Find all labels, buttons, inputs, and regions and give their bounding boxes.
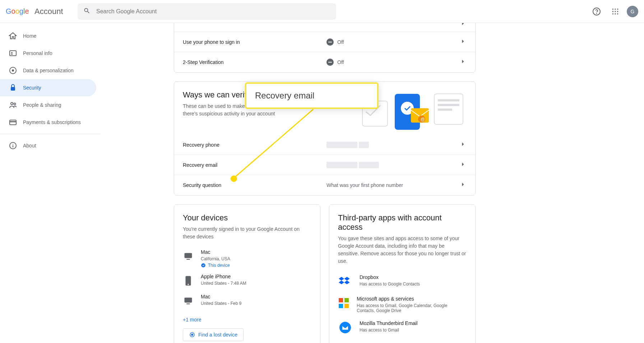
svg-point-5 (617, 8, 618, 9)
row-recovery-email[interactable]: Recovery email (174, 155, 475, 175)
find-device-button[interactable]: Find a lost device (183, 328, 244, 341)
card-desc: You're currently signed in to your Googl… (183, 225, 311, 241)
phone-icon (183, 274, 194, 288)
chevron-right-icon (459, 38, 467, 46)
main: Home Personal info Data & personalizatio… (0, 23, 644, 343)
sidebar-item-label: Data & personalization (23, 68, 74, 73)
help-button[interactable] (589, 4, 604, 19)
app-name: Mozilla Thunderbird Email (360, 320, 418, 326)
status-off-icon (326, 38, 334, 46)
svg-point-6 (612, 11, 613, 12)
svg-rect-44 (339, 298, 343, 302)
svg-rect-34 (438, 109, 452, 111)
app-row: Mozilla Thunderbird Email Has access to … (329, 317, 475, 338)
device-name: Apple iPhone (201, 274, 246, 279)
app-row: Dropbox Has access to Google Contacts (329, 271, 475, 292)
target-icon (189, 331, 195, 338)
svg-rect-23 (13, 145, 13, 147)
sidebar-item-label: Personal info (23, 50, 52, 56)
home-icon (9, 32, 17, 40)
sidebar-item-label: Home (23, 33, 36, 39)
row-value (326, 162, 459, 168)
svg-rect-33 (438, 104, 459, 106)
svg-text:Google: Google (6, 7, 29, 15)
app-info: Mozilla Thunderbird Email Has access to … (360, 320, 418, 333)
card-icon (9, 118, 17, 127)
devices-header: Your devices You're currently signed in … (174, 205, 320, 246)
row-last-changed[interactable] (174, 23, 475, 32)
thunderbird-icon (338, 320, 352, 335)
card-title: Your devices (183, 213, 311, 223)
tutorial-callout: Recovery email (245, 82, 379, 109)
svg-point-2 (597, 13, 597, 13)
device-info: Mac United States - Feb 9 (201, 294, 241, 306)
redacted-value (326, 162, 379, 168)
status-text: Off (337, 59, 344, 65)
row-recovery-phone[interactable]: Recovery phone (174, 135, 475, 155)
svg-point-18 (14, 103, 16, 105)
avatar[interactable]: G (627, 6, 638, 17)
sidebar-item-security[interactable]: Security (0, 79, 96, 96)
svg-point-15 (12, 69, 14, 72)
device-name: Mac (201, 249, 230, 255)
device-location: California, USA (201, 256, 230, 261)
svg-point-10 (615, 13, 616, 14)
desktop-icon (183, 249, 194, 264)
device-location: United States - Feb 9 (201, 301, 241, 306)
two-column: Your devices You're currently signed in … (174, 204, 476, 343)
svg-rect-45 (344, 298, 349, 302)
svg-rect-19 (10, 120, 16, 125)
svg-point-9 (612, 13, 613, 14)
search-bar[interactable] (78, 3, 336, 20)
sidebar-item-personal[interactable]: Personal info (0, 45, 96, 62)
row-2step[interactable]: 2-Step Verification Off (174, 52, 475, 72)
device-name: Mac (201, 294, 241, 299)
sidebar-item-payments[interactable]: Payments & subscriptions (0, 114, 96, 131)
sidebar-item-label: Security (23, 85, 41, 91)
svg-point-13 (11, 52, 13, 54)
apps-button[interactable] (608, 4, 622, 19)
svg-rect-16 (11, 87, 15, 91)
google-logo-icon: Google (6, 7, 32, 16)
row-value (326, 142, 459, 148)
apps-card: Third-party apps with account access You… (329, 204, 476, 343)
row-phone-signin[interactable]: Use your phone to sign in Off (174, 32, 475, 52)
device-row: Mac United States - Feb 9 (174, 291, 320, 311)
sidebar-item-label: About (23, 143, 36, 148)
svg-rect-36 (186, 259, 190, 260)
svg-rect-35 (185, 253, 192, 258)
app-access: Has access to Gmail, Google Calendar, Go… (357, 303, 467, 313)
more-devices-link[interactable]: +1 more (174, 311, 320, 328)
svg-point-43 (191, 334, 193, 336)
status-text: Off (337, 39, 344, 45)
sidebar-item-about[interactable]: About (0, 137, 96, 154)
app-row: Microsoft apps & services Has access to … (329, 292, 475, 317)
svg-point-48 (339, 322, 351, 333)
row-security-question[interactable]: Security question What was your first ph… (174, 175, 475, 195)
check-circle-icon (201, 263, 206, 268)
row-value: What was your first phone number (326, 182, 459, 188)
search-icon (83, 7, 91, 16)
info-icon (9, 141, 17, 150)
callout-text: Recovery email (255, 91, 314, 101)
sidebar-item-home[interactable]: Home (0, 27, 96, 45)
apps-grid-icon (612, 8, 619, 15)
sidebar-item-people[interactable]: People & sharing (0, 96, 96, 114)
row-label: 2-Step Verification (183, 59, 326, 65)
data-icon (9, 66, 17, 75)
sidebar-item-data[interactable]: Data & personalization (0, 62, 96, 79)
this-device-badge: This device (201, 263, 230, 268)
search-input[interactable] (96, 8, 330, 15)
lock-icon (9, 83, 17, 92)
logo-area[interactable]: Google Account (6, 7, 78, 16)
svg-rect-32 (438, 99, 459, 101)
brand-text: Account (34, 7, 63, 16)
sidebar-divider (0, 134, 101, 134)
svg-rect-12 (10, 51, 16, 56)
card-title: Third-party apps with account access (338, 213, 467, 232)
chevron-right-icon (459, 23, 467, 28)
svg-point-37 (201, 263, 205, 267)
header-right: G (589, 4, 638, 19)
desktop-icon (183, 294, 194, 308)
device-location: United States - 7:48 AM (201, 281, 246, 286)
